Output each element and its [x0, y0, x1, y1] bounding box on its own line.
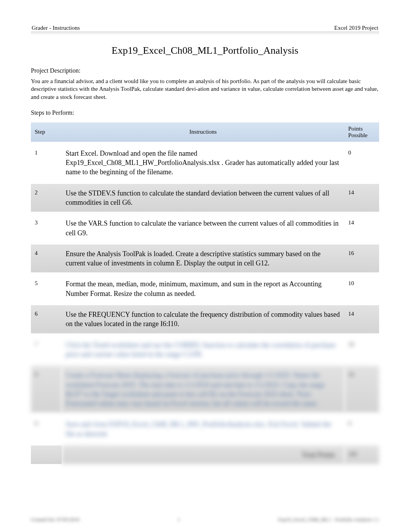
- step-instructions: Start Excel. Download and open the file …: [62, 144, 344, 182]
- step-number: 6: [31, 305, 62, 333]
- step-instructions: Save and close EXP19_Excel_Ch08_ML1_HW_P…: [62, 415, 344, 443]
- table-row-blurred: 7Click the Trend worksheet and use the C…: [31, 336, 379, 364]
- table-row: 1Start Excel. Download and open the file…: [31, 144, 379, 182]
- table-row: 5Format the mean, median, mode, minimum,…: [31, 275, 379, 303]
- table-row: 3Use the VAR.S function to calculate the…: [31, 214, 379, 242]
- step-instructions: Use the STDEV.S function to calculate th…: [62, 184, 344, 212]
- table-header-row: Step Instructions Points Possible: [31, 122, 379, 142]
- step-instructions: Create a Forecast Sheet displaying a for…: [62, 366, 344, 413]
- step-number: 9: [31, 415, 62, 443]
- step-number: 5: [31, 275, 62, 303]
- header-left: Grader - Instructions: [32, 25, 80, 31]
- step-points: 16: [344, 366, 379, 413]
- step-points: 10: [344, 275, 379, 303]
- step-instructions: Use the FREQUENCY function to calculate …: [62, 305, 344, 333]
- project-description-text: You are a financial advisor, and a clien…: [31, 77, 379, 101]
- step-points: 0: [344, 144, 379, 182]
- step-number: 4: [31, 245, 62, 273]
- col-header-instructions: Instructions: [62, 122, 344, 142]
- header-right: Excel 2019 Project: [334, 25, 378, 31]
- steps-to-perform-label: Steps to Perform:: [31, 109, 379, 116]
- step-number: 3: [31, 214, 62, 242]
- col-header-step: Step: [31, 122, 62, 142]
- step-points: 0: [344, 415, 379, 443]
- project-description-label: Project Description:: [31, 67, 379, 74]
- totals-spacer: [31, 445, 62, 464]
- table-row: 6Use the FREQUENCY function to calculate…: [31, 305, 379, 333]
- steps-table: Step Instructions Points Possible 1Start…: [31, 120, 379, 467]
- col-header-points: Points Possible: [344, 122, 379, 142]
- footer-left: Created On: 07/05/2019: [31, 517, 80, 523]
- table-row-blurred: 9Save and close EXP19_Excel_Ch08_ML1_HW_…: [31, 415, 379, 443]
- step-instructions: Ensure the Analysis ToolPak is loaded. C…: [62, 245, 344, 273]
- totals-label: Total Points: [62, 445, 344, 464]
- step-number: 2: [31, 184, 62, 212]
- footer-center: 1: [178, 517, 180, 523]
- step-points: 16: [344, 245, 379, 273]
- totals-value: 100: [344, 445, 379, 464]
- totals-row: Total Points100: [31, 445, 379, 464]
- page-title: Exp19_Excel_Ch08_ML1_Portfolio_Analysis: [31, 45, 379, 56]
- table-row: 2Use the STDEV.S function to calculate t…: [31, 184, 379, 212]
- step-number: 1: [31, 144, 62, 182]
- footer-right: Exp19_Excel_Ch08_ML1 - Portfolio Analysi…: [278, 517, 379, 523]
- doc-header: Grader - Instructions Excel 2019 Project: [31, 23, 379, 36]
- step-points: 14: [344, 184, 379, 212]
- step-points: 16: [344, 336, 379, 364]
- step-points: 14: [344, 305, 379, 333]
- step-instructions: Click the Trend worksheet and use the CO…: [62, 336, 344, 364]
- step-points: 14: [344, 214, 379, 242]
- table-row-blurred: 8Create a Forecast Sheet displaying a fo…: [31, 366, 379, 413]
- step-number: 7: [31, 336, 62, 364]
- doc-footer: Created On: 07/05/2019 1 Exp19_Excel_Ch0…: [31, 517, 379, 523]
- table-row: 4Ensure the Analysis ToolPak is loaded. …: [31, 245, 379, 273]
- step-number: 8: [31, 366, 62, 413]
- step-instructions: Use the VAR.S function to calculate the …: [62, 214, 344, 242]
- step-instructions: Format the mean, median, mode, minimum, …: [62, 275, 344, 303]
